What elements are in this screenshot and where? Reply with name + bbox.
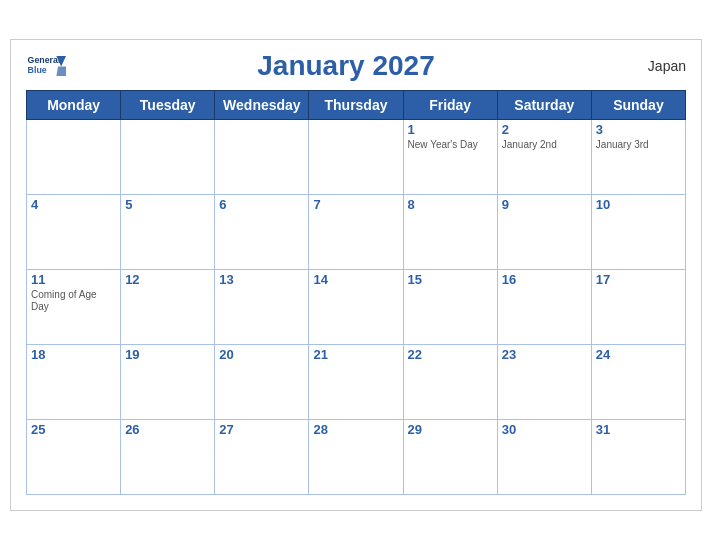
calendar-header: General Blue January 2027 Japan xyxy=(26,50,686,82)
logo-icon: General Blue xyxy=(26,52,66,80)
month-title: January 2027 xyxy=(66,50,626,82)
week-row: 45678910 xyxy=(27,195,686,270)
svg-text:Blue: Blue xyxy=(28,65,47,75)
calendar-cell xyxy=(27,120,121,195)
day-number: 26 xyxy=(125,422,210,437)
day-number: 25 xyxy=(31,422,116,437)
calendar-cell: 3January 3rd xyxy=(591,120,685,195)
weekday-header: Monday xyxy=(27,91,121,120)
calendar-cell: 1New Year's Day xyxy=(403,120,497,195)
calendar-cell xyxy=(215,120,309,195)
calendar-cell: 30 xyxy=(497,420,591,495)
calendar-cell: 12 xyxy=(121,270,215,345)
day-number: 15 xyxy=(408,272,493,287)
calendar-cell: 11Coming of Age Day xyxy=(27,270,121,345)
calendar-cell: 20 xyxy=(215,345,309,420)
day-number: 27 xyxy=(219,422,304,437)
calendar-cell: 6 xyxy=(215,195,309,270)
calendar-cell: 4 xyxy=(27,195,121,270)
day-number: 30 xyxy=(502,422,587,437)
calendar-cell: 25 xyxy=(27,420,121,495)
calendar-cell: 17 xyxy=(591,270,685,345)
day-number: 1 xyxy=(408,122,493,137)
calendar-cell: 14 xyxy=(309,270,403,345)
day-number: 13 xyxy=(219,272,304,287)
calendar-cell: 22 xyxy=(403,345,497,420)
weekday-header: Saturday xyxy=(497,91,591,120)
calendar-cell: 8 xyxy=(403,195,497,270)
calendar-cell: 26 xyxy=(121,420,215,495)
calendar-cell: 18 xyxy=(27,345,121,420)
calendar-cell: 15 xyxy=(403,270,497,345)
weekday-row: MondayTuesdayWednesdayThursdayFridaySatu… xyxy=(27,91,686,120)
weekday-header: Thursday xyxy=(309,91,403,120)
calendar-thead: MondayTuesdayWednesdayThursdayFridaySatu… xyxy=(27,91,686,120)
day-number: 14 xyxy=(313,272,398,287)
holiday-label: Coming of Age Day xyxy=(31,289,116,313)
day-number: 29 xyxy=(408,422,493,437)
day-number: 16 xyxy=(502,272,587,287)
day-number: 31 xyxy=(596,422,681,437)
calendar-cell: 16 xyxy=(497,270,591,345)
calendar-cell xyxy=(121,120,215,195)
calendar-cell: 29 xyxy=(403,420,497,495)
day-number: 8 xyxy=(408,197,493,212)
calendar-cell xyxy=(309,120,403,195)
weekday-header: Tuesday xyxy=(121,91,215,120)
week-row: 18192021222324 xyxy=(27,345,686,420)
day-number: 17 xyxy=(596,272,681,287)
day-number: 21 xyxy=(313,347,398,362)
day-number: 12 xyxy=(125,272,210,287)
calendar-cell: 5 xyxy=(121,195,215,270)
calendar-cell: 27 xyxy=(215,420,309,495)
calendar-cell: 2January 2nd xyxy=(497,120,591,195)
holiday-label: New Year's Day xyxy=(408,139,493,151)
day-number: 28 xyxy=(313,422,398,437)
calendar-table: MondayTuesdayWednesdayThursdayFridaySatu… xyxy=(26,90,686,495)
day-number: 23 xyxy=(502,347,587,362)
calendar-cell: 7 xyxy=(309,195,403,270)
day-number: 6 xyxy=(219,197,304,212)
day-number: 11 xyxy=(31,272,116,287)
svg-marker-3 xyxy=(56,66,66,76)
logo: General Blue xyxy=(26,52,66,80)
calendar-cell: 28 xyxy=(309,420,403,495)
calendar-body: 1New Year's Day2January 2nd3January 3rd4… xyxy=(27,120,686,495)
weekday-header: Sunday xyxy=(591,91,685,120)
calendar-cell: 9 xyxy=(497,195,591,270)
holiday-label: January 3rd xyxy=(596,139,681,151)
svg-text:General: General xyxy=(28,55,61,65)
calendar-cell: 31 xyxy=(591,420,685,495)
weekday-header: Wednesday xyxy=(215,91,309,120)
calendar: General Blue January 2027 Japan MondayTu… xyxy=(10,39,702,511)
weekday-header: Friday xyxy=(403,91,497,120)
calendar-cell: 13 xyxy=(215,270,309,345)
day-number: 10 xyxy=(596,197,681,212)
day-number: 22 xyxy=(408,347,493,362)
day-number: 18 xyxy=(31,347,116,362)
country-label: Japan xyxy=(626,58,686,74)
calendar-cell: 23 xyxy=(497,345,591,420)
day-number: 20 xyxy=(219,347,304,362)
day-number: 5 xyxy=(125,197,210,212)
week-row: 1New Year's Day2January 2nd3January 3rd xyxy=(27,120,686,195)
week-row: 11Coming of Age Day121314151617 xyxy=(27,270,686,345)
day-number: 7 xyxy=(313,197,398,212)
holiday-label: January 2nd xyxy=(502,139,587,151)
week-row: 25262728293031 xyxy=(27,420,686,495)
day-number: 9 xyxy=(502,197,587,212)
day-number: 24 xyxy=(596,347,681,362)
day-number: 2 xyxy=(502,122,587,137)
calendar-cell: 24 xyxy=(591,345,685,420)
day-number: 3 xyxy=(596,122,681,137)
calendar-cell: 21 xyxy=(309,345,403,420)
calendar-cell: 19 xyxy=(121,345,215,420)
day-number: 19 xyxy=(125,347,210,362)
calendar-cell: 10 xyxy=(591,195,685,270)
day-number: 4 xyxy=(31,197,116,212)
